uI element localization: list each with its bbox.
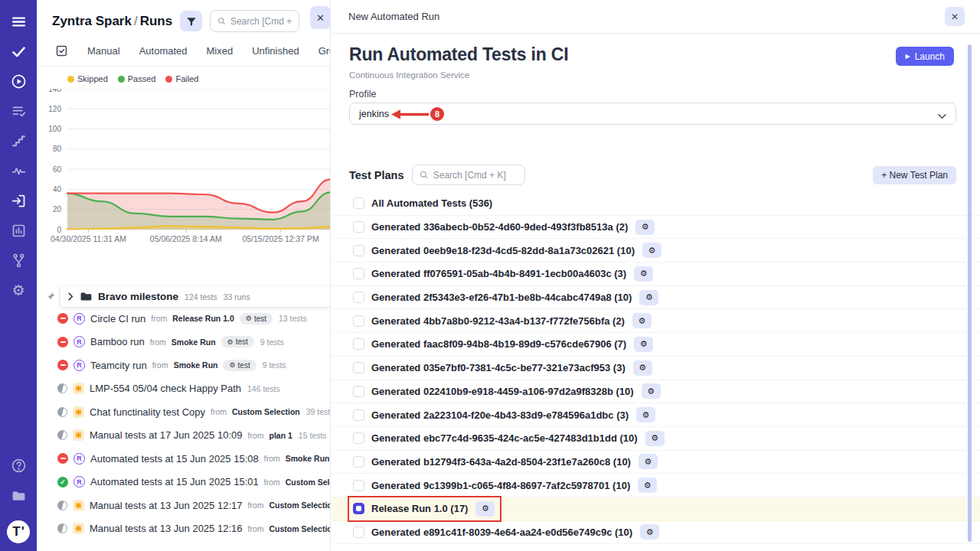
test-plan-row[interactable]: Generated ff076591-05ab-4b4b-8491-1ecb00… <box>332 262 980 286</box>
gear-button[interactable]: ⚙ <box>636 407 655 422</box>
test-plan-checkbox[interactable] <box>353 197 364 209</box>
projects-folder-icon[interactable] <box>9 486 28 504</box>
test-plan-row[interactable]: Generated faac8f09-94b8-4b19-89d9-c576cd… <box>332 333 980 357</box>
test-plan-checkbox[interactable] <box>353 456 364 468</box>
manual-run-icon <box>73 429 84 441</box>
gear-button[interactable]: ⚙ <box>633 360 652 376</box>
run-row[interactable]: Manual tests at 17 Jun 2025 10:09frompla… <box>37 424 330 448</box>
gear-button[interactable]: ⚙ <box>475 501 495 517</box>
menu-icon[interactable] <box>9 12 28 31</box>
test-plan-checkbox[interactable] <box>353 409 364 421</box>
breadcrumb-project[interactable]: Zyntra Spark <box>52 14 132 28</box>
test-plans-search-input[interactable] <box>433 170 518 181</box>
run-row[interactable]: RCircle CI runfromRelease Run 1.0⚙test13… <box>37 307 330 331</box>
runs-play-icon[interactable] <box>9 72 28 90</box>
activity-pulse-icon[interactable] <box>9 161 28 180</box>
steps-icon[interactable] <box>9 132 28 150</box>
test-plan-row[interactable]: Generated 022410b9-e918-4459-a106-97d2a9… <box>332 380 980 404</box>
gear-button[interactable]: ⚙ <box>632 313 652 328</box>
test-plan-checkbox[interactable] <box>353 362 364 373</box>
chevron-right-icon[interactable] <box>67 292 74 301</box>
import-run-icon[interactable] <box>9 191 28 210</box>
test-plan-checkbox[interactable] <box>353 245 364 256</box>
select-all-icon[interactable] <box>55 44 68 57</box>
run-env-badge[interactable]: ⚙test <box>240 313 273 324</box>
test-plan-row[interactable]: Generated 2a223104-f20e-4b43-83d9-e78459… <box>332 403 980 427</box>
gear-button[interactable]: ⚙ <box>634 266 653 282</box>
tab-unfinished[interactable]: Unfinished <box>252 45 299 57</box>
test-plan-checkbox[interactable] <box>353 221 364 233</box>
run-row[interactable]: RAutomated tests at 15 Jun 2025 15:08fro… <box>37 447 330 471</box>
test-plan-row[interactable]: All Automated Tests (536) <box>332 192 980 216</box>
checklist-icon[interactable] <box>9 102 28 120</box>
tasks-check-icon[interactable] <box>9 42 28 60</box>
gear-button[interactable]: ⚙ <box>635 220 655 235</box>
gear-button[interactable]: ⚙ <box>638 478 657 493</box>
page-title: Run Automated Tests in CI <box>349 44 956 65</box>
test-plan-checkbox[interactable] <box>353 432 364 444</box>
run-env-badge[interactable]: ⚙test <box>223 360 256 371</box>
branches-icon[interactable] <box>9 251 28 269</box>
test-plan-row[interactable]: Generated e891c41f-8039-4e64-aa24-e0d56e… <box>332 521 980 545</box>
help-icon[interactable] <box>9 456 28 474</box>
test-plan-row[interactable]: Generated 336abecb-0b52-4d60-9ded-493f3f… <box>332 216 980 240</box>
tab-automated[interactable]: Automated <box>139 45 188 57</box>
test-plan-row[interactable]: Generated ebc77c4d-9635-424c-ac5e-427483… <box>332 427 980 451</box>
gear-icon: ⚙ <box>640 269 648 279</box>
test-plan-row[interactable]: Generated 035e7bf0-7381-4c5c-be77-321e73… <box>332 357 980 380</box>
panel-header: New Automated Run ✕ <box>332 0 980 34</box>
status-pending-icon <box>57 407 67 417</box>
profile-select[interactable]: jenkins 8 <box>349 103 956 125</box>
test-plan-checkbox[interactable] <box>353 268 364 279</box>
gear-button[interactable]: ⚙ <box>642 243 662 258</box>
reports-icon[interactable] <box>9 221 28 240</box>
gear-button[interactable]: ⚙ <box>634 337 653 352</box>
svg-text:100: 100 <box>48 125 61 133</box>
test-plan-checkbox[interactable] <box>353 338 364 350</box>
run-name: Automated tests at 15 Jun 2025 15:01 <box>90 476 259 487</box>
runs-search-input[interactable] <box>230 16 292 27</box>
run-row[interactable]: Manual tests at 13 Jun 2025 12:16fromCus… <box>37 517 330 541</box>
manual-run-icon <box>73 406 84 418</box>
gear-button[interactable]: ⚙ <box>639 290 658 305</box>
test-plan-checkbox[interactable] <box>353 386 364 397</box>
gear-button[interactable]: ⚙ <box>642 383 661 399</box>
filter-button[interactable] <box>180 11 202 31</box>
new-test-plan-button[interactable]: + New Test Plan <box>873 166 956 184</box>
test-plan-row[interactable]: Generated 9c1399b1-c065-4f84-8697-7af2c5… <box>332 474 980 497</box>
app-logo[interactable]: T' <box>7 520 30 543</box>
test-plan-row[interactable]: Generated 2f5343e3-ef26-47b1-be8b-44cabc… <box>332 286 980 310</box>
status-failed-icon <box>57 360 68 370</box>
milestone-card[interactable]: Bravo milestone 124 tests 33 runs <box>60 286 330 307</box>
tab-groups[interactable]: Groups <box>318 45 331 57</box>
test-plan-checkbox[interactable] <box>353 315 364 327</box>
test-plan-label: Generated ebc77c4d-9635-424c-ac5e-427483… <box>371 432 638 444</box>
test-plan-row[interactable]: Generated 4bb7a8b0-9212-43a4-b137-f772fe… <box>332 309 980 333</box>
panel-close-button[interactable]: ✕ <box>310 6 331 29</box>
tab-manual[interactable]: Manual <box>87 45 120 57</box>
gear-button[interactable]: ⚙ <box>639 454 658 469</box>
test-plan-checkbox[interactable] <box>353 503 364 514</box>
run-row[interactable]: Chat functinality test CopyfromCustom Se… <box>37 400 330 424</box>
panel-close-button[interactable]: ✕ <box>945 7 965 26</box>
test-plan-row[interactable]: Generated 0eeb9e18-f23d-4cd5-82dd-8a1a73… <box>332 239 980 262</box>
launch-button[interactable]: ▶ Launch <box>896 47 954 66</box>
scrollbar-thumb[interactable] <box>968 44 972 542</box>
milestone-row[interactable]: Bravo milestone 124 tests 33 runs <box>37 286 330 307</box>
run-row[interactable]: Manual tests at 13 Jun 2025 12:17fromCus… <box>37 494 330 517</box>
breadcrumb-separator: / <box>132 14 140 28</box>
run-row[interactable]: ✓RAutomated tests at 15 Jun 2025 15:01fr… <box>37 471 330 494</box>
test-plan-row[interactable]: Generated b12794f3-643a-4a2d-8504-23f1e7… <box>332 451 980 474</box>
test-plan-checkbox[interactable] <box>353 292 364 303</box>
gear-button[interactable]: ⚙ <box>645 431 665 446</box>
test-plan-checkbox[interactable] <box>353 480 364 491</box>
run-row[interactable]: LMP-554 05/04 check Happy Path146 tests <box>37 377 330 401</box>
settings-gear-icon[interactable]: ⚙ <box>9 281 28 299</box>
run-env-badge[interactable]: ⚙test <box>221 336 254 347</box>
run-row[interactable]: RTeamcity runfromSmoke Run⚙test9 tests <box>37 354 330 377</box>
tab-mixed[interactable]: Mixed <box>207 45 234 57</box>
run-row[interactable]: RBamboo runfromSmoke Run⚙test9 tests <box>37 331 330 354</box>
gear-button[interactable]: ⚙ <box>640 524 659 540</box>
test-plan-checkbox[interactable] <box>353 527 364 538</box>
test-plan-row[interactable]: Release Run 1.0 (17)⚙ <box>332 497 980 521</box>
